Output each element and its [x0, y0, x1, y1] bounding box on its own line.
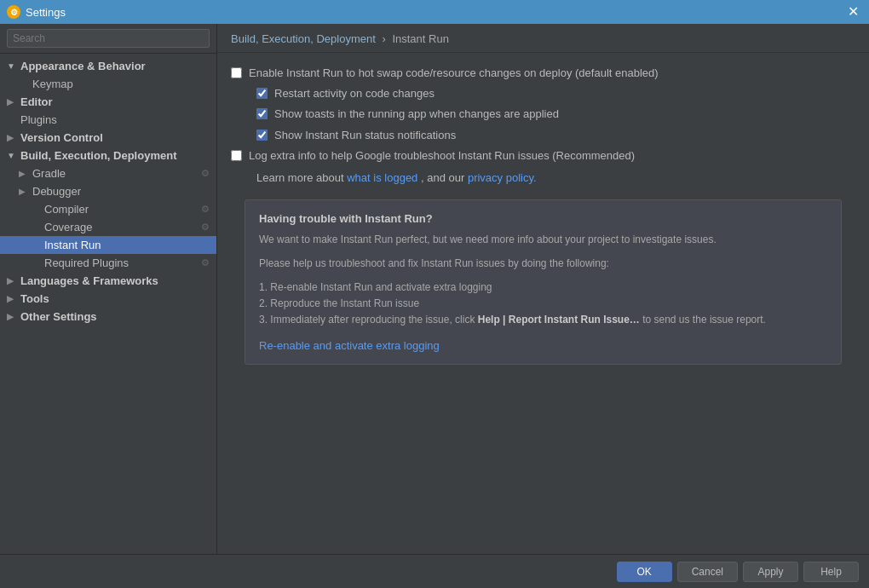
sidebar-item-required-plugins[interactable]: Required Plugins ⚙: [0, 254, 216, 272]
sidebar-item-instant-run[interactable]: Instant Run: [0, 236, 216, 254]
arrow-icon: ▶: [7, 97, 19, 107]
title-bar-left: ⚙ Settings: [7, 5, 66, 19]
sidebar-item-languages[interactable]: ▶ Languages & Frameworks: [0, 272, 216, 290]
privacy-policy-link[interactable]: privacy policy.: [468, 171, 537, 184]
trouble-panel: Having trouble with Instant Run? We want…: [245, 199, 842, 365]
learn-more-text-before: Learn more about: [256, 171, 347, 184]
sidebar-item-label: Build, Execution, Deployment: [20, 149, 210, 162]
sidebar-item-compiler[interactable]: Compiler ⚙: [0, 200, 216, 218]
title-bar: ⚙ Settings ✕: [0, 0, 869, 24]
window-title: Settings: [26, 6, 66, 19]
sidebar-item-label: Other Settings: [20, 310, 210, 323]
arrow-icon: ▶: [19, 169, 31, 178]
sidebar-item-label: Coverage: [44, 221, 201, 233]
sidebar-item-debugger[interactable]: ▶ Debugger: [0, 182, 216, 200]
gear-icon: ⚙: [201, 168, 210, 179]
sidebar-item-label: Appearance & Behavior: [20, 60, 210, 72]
arrow-icon: ▶: [7, 276, 19, 285]
arrow-icon: ▶: [19, 187, 31, 196]
cancel-button[interactable]: Cancel: [677, 562, 738, 582]
search-box: [0, 24, 216, 54]
app-icon: ⚙: [7, 5, 20, 19]
arrow-icon: ▼: [7, 61, 19, 71]
re-enable-logging-link[interactable]: Re-enable and activate extra logging: [259, 339, 440, 352]
sidebar-item-build-execution[interactable]: ▼ Build, Execution, Deployment: [0, 147, 216, 164]
arrow-icon: ▼: [7, 151, 19, 160]
trouble-step-3: 3. Immediately after reproducing the iss…: [259, 312, 827, 328]
trouble-step-3-bold: Help | Report Instant Run Issue…: [478, 314, 640, 326]
option-show-status: Show Instant Run status notifications: [231, 125, 855, 146]
sidebar-item-label: Required Plugins: [44, 257, 201, 269]
arrow-icon: ▶: [7, 312, 19, 321]
checkbox-log-extra[interactable]: [231, 150, 242, 161]
breadcrumb-part2: Instant Run: [392, 32, 449, 45]
sidebar-item-plugins[interactable]: Plugins: [0, 111, 216, 129]
content-area: Build, Execution, Deployment › Instant R…: [217, 24, 869, 554]
sidebar-item-keymap[interactable]: Keymap: [0, 75, 216, 93]
checkbox-show-toasts[interactable]: [256, 108, 268, 119]
breadcrumb-part1: Build, Execution, Deployment: [231, 32, 376, 45]
bottom-bar: OK Cancel Apply Help: [0, 554, 869, 588]
breadcrumb: Build, Execution, Deployment › Instant R…: [217, 24, 869, 53]
sidebar-item-label: Keymap: [32, 78, 210, 90]
trouble-step-1: 1. Re-enable Instant Run and activate ex…: [259, 280, 827, 296]
sidebar-item-label: Tools: [20, 292, 210, 305]
option-label-enable-instant-run: Enable Instant Run to hot swap code/reso…: [249, 66, 659, 81]
sidebar-item-other-settings[interactable]: ▶ Other Settings: [0, 308, 216, 326]
sidebar-item-editor[interactable]: ▶ Editor: [0, 93, 216, 111]
sidebar-item-label: Instant Run: [44, 239, 210, 251]
apply-button[interactable]: Apply: [743, 562, 798, 582]
main-layout: ▼ Appearance & Behavior Keymap ▶ Editor …: [0, 24, 869, 554]
gear-icon: ⚙: [201, 204, 210, 215]
nav-tree: ▼ Appearance & Behavior Keymap ▶ Editor …: [0, 54, 216, 554]
sidebar-item-label: Plugins: [20, 113, 210, 126]
checkbox-show-status[interactable]: [256, 130, 268, 141]
content-body: Enable Instant Run to hot swap code/reso…: [217, 53, 869, 554]
sidebar-item-version-control[interactable]: ▶ Version Control: [0, 129, 216, 147]
sidebar-item-label: Version Control: [20, 131, 210, 144]
sidebar-item-label: Editor: [20, 95, 210, 108]
sidebar-item-label: Debugger: [32, 185, 210, 198]
sidebar-item-label: Languages & Frameworks: [20, 274, 210, 287]
gear-icon: ⚙: [201, 222, 210, 233]
breadcrumb-separator: ›: [382, 32, 388, 45]
sidebar-item-tools[interactable]: ▶ Tools: [0, 290, 216, 308]
sidebar-item-label: Gradle: [32, 167, 201, 180]
close-button[interactable]: ✕: [844, 3, 862, 20]
gear-icon: ⚙: [201, 257, 210, 268]
what-is-logged-link[interactable]: what is logged: [347, 171, 417, 184]
learn-more-text-middle: , and our: [421, 171, 468, 184]
option-label-show-status: Show Instant Run status notifications: [274, 128, 456, 143]
trouble-title: Having trouble with Instant Run?: [259, 212, 827, 225]
option-show-toasts: Show toasts in the running app when chan…: [231, 104, 855, 124]
sidebar-item-appearance[interactable]: ▼ Appearance & Behavior: [0, 57, 216, 75]
trouble-step-2: 2. Reproduce the Instant Run issue: [259, 296, 827, 312]
option-log-extra: Log extra info to help Google troublesho…: [231, 146, 855, 166]
option-enable-instant-run: Enable Instant Run to hot swap code/reso…: [231, 63, 855, 84]
sidebar-item-gradle[interactable]: ▶ Gradle ⚙: [0, 164, 216, 182]
option-label-restart-activity: Restart activity on code changes: [274, 86, 434, 101]
checkbox-enable-instant-run[interactable]: [231, 67, 242, 78]
option-label-log-extra: Log extra info to help Google troublesho…: [249, 148, 635, 164]
checkbox-restart-activity[interactable]: [256, 88, 268, 99]
sidebar-item-coverage[interactable]: Coverage ⚙: [0, 218, 216, 236]
trouble-desc-2: Please help us troubleshoot and fix Inst…: [259, 256, 827, 271]
sidebar: ▼ Appearance & Behavior Keymap ▶ Editor …: [0, 24, 217, 554]
learn-more-row: Learn more about what is logged , and ou…: [231, 166, 855, 189]
sidebar-item-label: Compiler: [44, 203, 201, 216]
ok-button[interactable]: OK: [617, 562, 672, 582]
search-input[interactable]: [7, 29, 210, 48]
option-label-show-toasts: Show toasts in the running app when chan…: [274, 107, 559, 122]
trouble-desc-1: We want to make Instant Run perfect, but…: [259, 232, 827, 247]
arrow-icon: ▶: [7, 294, 19, 303]
trouble-steps-list: 1. Re-enable Instant Run and activate ex…: [259, 280, 827, 329]
help-button[interactable]: Help: [803, 562, 859, 582]
arrow-icon: ▶: [7, 133, 19, 142]
option-restart-activity: Restart activity on code changes: [231, 84, 855, 104]
